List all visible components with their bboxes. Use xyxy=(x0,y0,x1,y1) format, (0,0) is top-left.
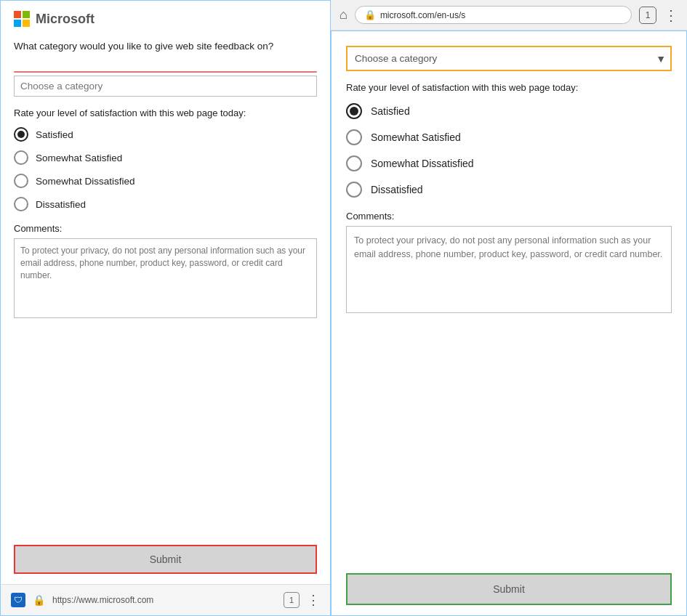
ms-green-cell xyxy=(23,11,30,18)
right-category-dropdown-container: Choose a category ▼ xyxy=(346,46,672,71)
label-dissatisfied: Dissatisfied xyxy=(36,199,86,210)
left-panel: Microsoft What category would you like t… xyxy=(0,0,331,616)
right-comments-label: Comments: xyxy=(346,211,672,222)
left-submit-button[interactable]: Submit xyxy=(14,545,317,574)
dropdown-wrapper: Choose a category ▼ xyxy=(346,46,672,71)
right-label-satisfied: Satisfied xyxy=(371,105,410,117)
radio-dissatisfied[interactable] xyxy=(14,197,28,211)
browser-tab-badge[interactable]: 1 xyxy=(639,7,656,24)
microsoft-logo-text: Microsoft xyxy=(36,12,95,27)
more-options-icon[interactable]: ⋮ xyxy=(307,592,320,608)
right-submit-button[interactable]: Submit xyxy=(346,573,672,605)
home-icon[interactable]: ⌂ xyxy=(340,7,347,23)
list-item[interactable]: Somewhat Satisfied xyxy=(14,150,317,165)
left-category-input[interactable] xyxy=(14,76,317,97)
list-item[interactable]: Dissatisfied xyxy=(346,182,672,198)
ms-logo-grid xyxy=(14,11,30,27)
label-somewhat-satisfied: Somewhat Satisfied xyxy=(36,153,122,163)
right-radio-dissatisfied[interactable] xyxy=(346,182,362,198)
right-form-container: Choose a category ▼ Rate your level of s… xyxy=(331,31,687,616)
left-comments-section: Comments: xyxy=(1,223,330,320)
right-radio-group: Satisfied Somewhat Satisfied Somewhat Di… xyxy=(346,103,672,198)
right-submit-section: Submit xyxy=(346,564,672,615)
right-label-somewhat-satisfied: Somewhat Satisfied xyxy=(371,131,461,143)
right-category-dropdown[interactable]: Choose a category xyxy=(346,46,672,71)
address-text: microsoft.com/en-us/s xyxy=(380,10,622,20)
list-item[interactable]: Somewhat Dissatisfied xyxy=(346,155,672,171)
right-label-dissatisfied: Dissatisfied xyxy=(371,184,423,195)
right-satisfaction-label: Rate your level of satisfaction with thi… xyxy=(346,81,672,94)
label-somewhat-dissatisfied: Somewhat Dissatisfied xyxy=(36,176,135,187)
list-item[interactable]: Somewhat Dissatisfied xyxy=(14,174,317,188)
lock-icon: 🔒 xyxy=(33,594,45,606)
right-comments-textarea[interactable] xyxy=(346,226,672,313)
ms-yellow-cell xyxy=(23,20,30,27)
right-label-somewhat-dissatisfied: Somewhat Dissatisfied xyxy=(371,158,474,169)
left-header: Microsoft What category would you like t… xyxy=(1,1,330,71)
left-submit-section: Submit xyxy=(1,538,330,584)
right-panel: ⌂ 🔒 microsoft.com/en-us/s 1 ⋮ Choose a c… xyxy=(331,0,687,616)
label-satisfied: Satisfied xyxy=(36,129,73,140)
right-radio-satisfied[interactable] xyxy=(346,103,362,119)
shield-icon: 🛡 xyxy=(11,593,25,607)
left-bottom-bar: 🛡 🔒 https://www.microsoft.com 1 ⋮ xyxy=(1,584,330,615)
left-satisfaction-label: Rate your level of satisfaction with thi… xyxy=(1,107,330,120)
list-item[interactable]: Dissatisfied xyxy=(14,197,317,211)
left-comments-textarea[interactable] xyxy=(14,238,317,318)
left-radio-group: Satisfied Somewhat Satisfied Somewhat Di… xyxy=(1,127,330,211)
address-bar[interactable]: 🔒 microsoft.com/en-us/s xyxy=(355,6,632,24)
error-underline-container xyxy=(14,71,317,97)
list-item[interactable]: Satisfied xyxy=(14,127,317,142)
address-lock-icon: 🔒 xyxy=(364,9,376,20)
question-text: What category would you like to give web… xyxy=(14,40,317,54)
right-radio-somewhat-dissatisfied[interactable] xyxy=(346,155,362,171)
right-radio-somewhat-satisfied[interactable] xyxy=(346,129,362,145)
list-item[interactable]: Satisfied xyxy=(346,103,672,119)
radio-somewhat-satisfied[interactable] xyxy=(14,150,28,165)
url-text: https://www.microsoft.com xyxy=(52,595,276,605)
ms-blue-cell xyxy=(14,20,21,27)
left-category-section xyxy=(1,71,330,107)
ms-red-cell xyxy=(14,11,21,18)
tab-badge[interactable]: 1 xyxy=(284,592,300,608)
error-line xyxy=(14,71,317,73)
radio-satisfied[interactable] xyxy=(14,127,28,142)
browser-chrome: ⌂ 🔒 microsoft.com/en-us/s 1 ⋮ xyxy=(331,0,687,31)
left-comments-label: Comments: xyxy=(14,223,317,234)
radio-somewhat-dissatisfied[interactable] xyxy=(14,174,28,188)
list-item[interactable]: Somewhat Satisfied xyxy=(346,129,672,145)
browser-more-options-icon[interactable]: ⋮ xyxy=(664,7,678,24)
microsoft-logo: Microsoft xyxy=(14,11,317,27)
